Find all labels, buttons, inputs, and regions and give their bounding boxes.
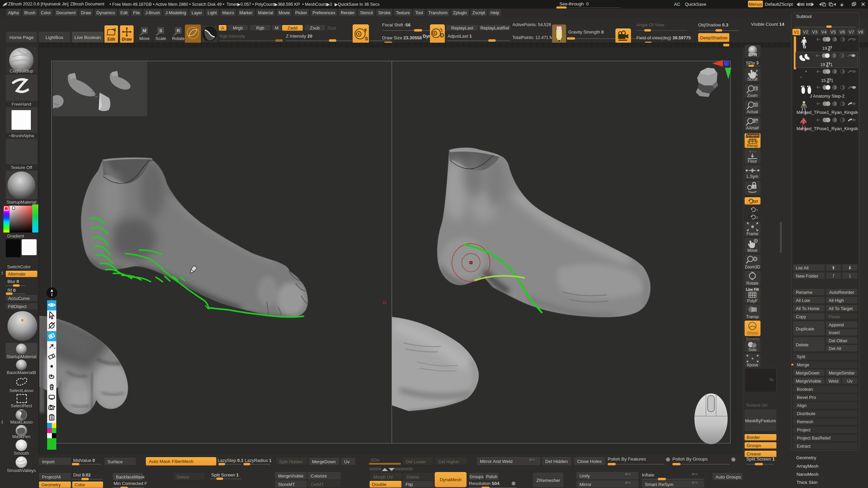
svg-text:Floor: Floor <box>748 159 757 164</box>
svg-text:Xpose: Xpose <box>747 363 758 367</box>
svg-text:c: c <box>754 185 755 188</box>
svg-text:S: S <box>365 36 368 41</box>
svg-text:PolyF: PolyF <box>747 299 758 303</box>
svg-text:Actual: Actual <box>747 109 758 114</box>
svg-text:Draw: Draw <box>122 37 132 42</box>
svg-text:L.Sym: L.Sym <box>747 174 758 179</box>
svg-text:Zoom3D: Zoom3D <box>745 265 760 269</box>
svg-text:Z: Z <box>756 216 758 219</box>
svg-text:Edit: Edit <box>107 37 115 42</box>
svg-text:Zoom: Zoom <box>747 93 758 98</box>
svg-text:BPR: BPR <box>748 53 757 57</box>
svg-text:Frame: Frame <box>747 231 758 236</box>
svg-text:x1: x1 <box>754 103 757 107</box>
svg-text:Persp: Persp <box>747 143 758 148</box>
svg-text:Scroll: Scroll <box>747 77 757 82</box>
svg-text:Y: Y <box>756 208 758 212</box>
svg-text:xyz: xyz <box>752 199 758 203</box>
svg-text:Solo: Solo <box>748 347 756 352</box>
svg-text:Line Fill: Line Fill <box>746 288 759 291</box>
svg-text:Rotate: Rotate <box>746 281 758 286</box>
svg-text:M: M <box>143 28 146 33</box>
svg-text:R: R <box>177 28 180 33</box>
svg-text:Rotate: Rotate <box>172 36 185 41</box>
svg-text:S: S <box>159 28 162 33</box>
svg-text:⊛ ˅ z: ⊛ ˅ z <box>749 150 756 153</box>
svg-text:Move: Move <box>747 248 757 253</box>
svg-text:Dynamic: Dynamic <box>745 134 760 137</box>
svg-text:Move: Move <box>139 36 150 41</box>
svg-text:Ghost: Ghost <box>747 331 758 336</box>
svg-text:AAHalf: AAHalf <box>746 126 759 130</box>
svg-text:D: D <box>440 33 444 38</box>
svg-text:Scale: Scale <box>155 36 166 41</box>
svg-text:Transp: Transp <box>746 314 759 319</box>
